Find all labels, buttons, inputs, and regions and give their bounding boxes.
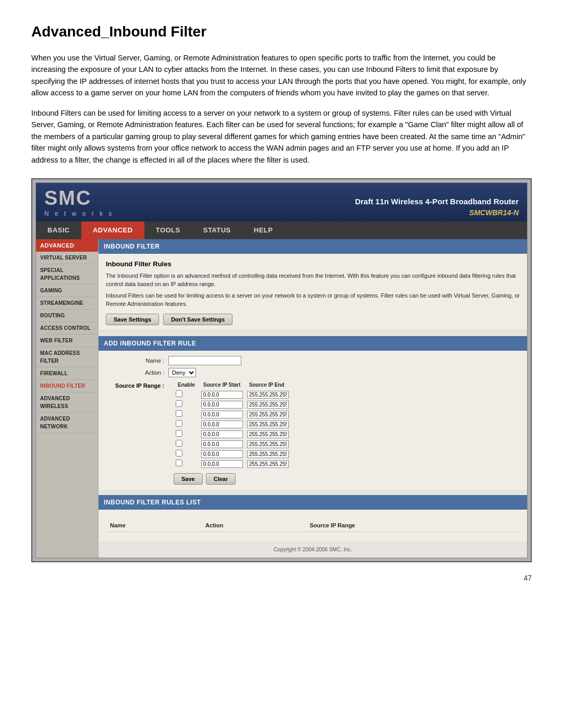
ip-start-input-3[interactable] bbox=[201, 421, 243, 428]
smc-logo: SMC N e t w o r k s bbox=[44, 188, 114, 218]
sidebar-item-advanced-wireless[interactable]: ADVANCED WIRELESS bbox=[36, 392, 98, 413]
nav-basic[interactable]: BASIC bbox=[36, 221, 81, 239]
sidebar-item-firewall[interactable]: FIREWALL bbox=[36, 367, 98, 380]
nav-tools[interactable]: TOOLS bbox=[144, 221, 192, 239]
rules-list-header: INBOUND FILTER RULES LIST bbox=[99, 495, 527, 510]
ip-row bbox=[174, 400, 291, 410]
sidebar-item-web-filter[interactable]: WEB FILTER bbox=[36, 335, 98, 347]
ip-start-input-6[interactable] bbox=[201, 450, 243, 458]
col-start: Source IP Start bbox=[199, 380, 245, 390]
ip-enable-checkbox-7[interactable] bbox=[176, 460, 182, 466]
page-number: 47 bbox=[31, 573, 532, 584]
ip-table: Enable Source IP Start Source IP End bbox=[174, 380, 291, 469]
sidebar-item-gaming[interactable]: GAMING bbox=[36, 285, 98, 297]
sidebar-item-routing[interactable]: ROUTING bbox=[36, 310, 98, 322]
ip-start-input-4[interactable] bbox=[201, 430, 243, 438]
ip-row bbox=[174, 419, 291, 429]
ip-row bbox=[174, 449, 291, 459]
main-layout: ADVANCED VIRTUAL SERVER SPECIAL APPLICAT… bbox=[36, 239, 527, 558]
ip-row bbox=[174, 390, 291, 400]
content-area: INBOUND FILTER Inbound Filter Rules The … bbox=[99, 239, 527, 558]
inbound-filter-header: INBOUND FILTER bbox=[99, 239, 527, 254]
sidebar-item-special-applications[interactable]: SPECIAL APPLICATIONS bbox=[36, 264, 98, 285]
intro-para2: Inbound Filters can be used for limiting… bbox=[31, 107, 532, 166]
ip-row bbox=[174, 459, 291, 469]
smc-networks: N e t w o r k s bbox=[44, 209, 114, 218]
sidebar-item-advanced-network[interactable]: ADVANCED NETWORK bbox=[36, 413, 98, 433]
ip-enable-checkbox-5[interactable] bbox=[176, 440, 182, 447]
ip-end-input-2[interactable] bbox=[247, 411, 289, 418]
ip-row bbox=[174, 410, 291, 419]
source-ip-label: Source IP Range : bbox=[106, 380, 168, 390]
copyright: Copyright © 2004-2006 SMC, Inc. bbox=[99, 541, 527, 558]
rules-table: Name Action Source IP Range bbox=[106, 519, 520, 537]
ip-start-input-5[interactable] bbox=[201, 440, 243, 448]
nav-bar: BASIC ADVANCED TOOLS STATUS HELP bbox=[36, 221, 527, 239]
action-row: Action : Deny Allow bbox=[106, 368, 520, 377]
sidebar-item-virtual-server[interactable]: VIRTUAL SERVER bbox=[36, 252, 98, 264]
ip-end-input-3[interactable] bbox=[247, 421, 289, 428]
clear-button[interactable]: Clear bbox=[206, 473, 236, 485]
name-input[interactable] bbox=[168, 356, 241, 365]
nav-advanced[interactable]: ADVANCED bbox=[81, 221, 144, 239]
ip-end-input-4[interactable] bbox=[247, 430, 289, 438]
sidebar-item-access-control[interactable]: ACCESS CONTROL bbox=[36, 322, 98, 335]
rules-col-name: Name bbox=[106, 519, 201, 532]
ip-start-input-7[interactable] bbox=[201, 460, 243, 468]
action-select[interactable]: Deny Allow bbox=[168, 368, 196, 377]
add-rule-header: ADD INBOUND FILTER RULE bbox=[99, 336, 527, 351]
ip-enable-checkbox-1[interactable] bbox=[176, 400, 182, 407]
rules-col-action: Action bbox=[201, 519, 305, 532]
dont-save-settings-button[interactable]: Don't Save Settings bbox=[163, 314, 232, 325]
nav-status[interactable]: STATUS bbox=[192, 221, 242, 239]
page-title: Advanced_Inbound Filter bbox=[31, 21, 532, 43]
intro-para1: When you use the Virtual Server, Gaming,… bbox=[31, 52, 532, 99]
router-title-block: Draft 11n Wireless 4-Port Broadband Rout… bbox=[355, 196, 519, 219]
rules-list-section: Name Action Source IP Range bbox=[99, 510, 527, 542]
rules-heading: Inbound Filter Rules bbox=[106, 259, 520, 269]
ip-start-input-2[interactable] bbox=[201, 411, 243, 418]
router-inner: SMC N e t w o r k s Draft 11n Wireless 4… bbox=[35, 182, 528, 558]
rules-empty-row bbox=[106, 532, 520, 537]
action-label: Action : bbox=[106, 368, 168, 377]
col-enable: Enable bbox=[174, 380, 199, 390]
ip-enable-checkbox-0[interactable] bbox=[176, 390, 182, 397]
inbound-desc1: The Inbound Filter option is an advanced… bbox=[106, 272, 520, 289]
col-end: Source IP End bbox=[245, 380, 291, 390]
smc-text: SMC bbox=[44, 187, 91, 209]
ip-end-input-6[interactable] bbox=[247, 450, 289, 458]
ip-enable-checkbox-3[interactable] bbox=[176, 420, 182, 427]
save-settings-button[interactable]: Save Settings bbox=[106, 314, 159, 325]
ip-start-input-0[interactable] bbox=[201, 391, 243, 399]
smc-brand: SMC bbox=[44, 188, 114, 208]
router-ui: SMC N e t w o r k s Draft 11n Wireless 4… bbox=[31, 178, 532, 562]
inbound-filter-content: Inbound Filter Rules The Inbound Filter … bbox=[99, 254, 527, 331]
sidebar-item-mac-address-filter[interactable]: MAC ADDRESS FILTER bbox=[36, 347, 98, 367]
ip-end-input-1[interactable] bbox=[247, 401, 289, 409]
ip-row bbox=[174, 439, 291, 449]
router-title: Draft 11n Wireless 4-Port Broadband Rout… bbox=[355, 196, 519, 208]
sidebar-header: ADVANCED bbox=[36, 239, 98, 252]
ip-end-input-5[interactable] bbox=[247, 440, 289, 448]
source-ip-row: Source IP Range : Enable Source IP Start… bbox=[106, 380, 520, 469]
ip-enable-checkbox-4[interactable] bbox=[176, 430, 182, 437]
sidebar: ADVANCED VIRTUAL SERVER SPECIAL APPLICAT… bbox=[36, 239, 99, 558]
save-clear-row: Save Clear bbox=[174, 473, 520, 485]
ip-enable-checkbox-2[interactable] bbox=[176, 410, 182, 417]
router-model: SMCWBR14-N bbox=[355, 207, 519, 218]
rules-col-source: Source IP Range bbox=[305, 519, 520, 532]
name-row: Name : bbox=[106, 356, 520, 365]
sidebar-item-inbound-filter[interactable]: INBOUND FILTER bbox=[36, 380, 98, 392]
sidebar-item-streamengine[interactable]: STREAMENGINE bbox=[36, 297, 98, 310]
ip-end-input-7[interactable] bbox=[247, 460, 289, 468]
ip-end-input-0[interactable] bbox=[247, 391, 289, 399]
router-header: SMC N e t w o r k s Draft 11n Wireless 4… bbox=[36, 183, 527, 221]
ip-start-input-1[interactable] bbox=[201, 401, 243, 409]
nav-help[interactable]: HELP bbox=[242, 221, 285, 239]
save-button[interactable]: Save bbox=[174, 473, 203, 485]
inbound-desc2: Inbound Filters can be used for limiting… bbox=[106, 292, 520, 309]
ip-row bbox=[174, 429, 291, 439]
settings-btn-row: Save Settings Don't Save Settings bbox=[106, 314, 520, 325]
ip-enable-checkbox-6[interactable] bbox=[176, 450, 182, 456]
add-rule-section: Name : Action : Deny Allow Source IP Ran… bbox=[99, 351, 527, 490]
